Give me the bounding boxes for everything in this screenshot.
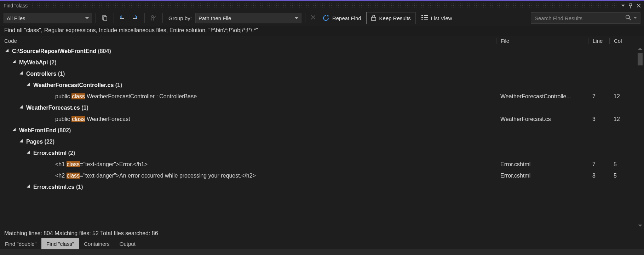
match-code: public class WeatherForecastController :…	[55, 93, 496, 100]
tree-group-row[interactable]: WeatherForecast.cs (1)	[0, 102, 636, 114]
expander-icon[interactable]	[19, 105, 24, 110]
list-view-label: List View	[431, 15, 452, 21]
tree-group-row[interactable]: Controllers (1)	[0, 68, 636, 80]
expander-icon[interactable]	[27, 184, 31, 189]
group-count: (804)	[98, 48, 111, 54]
separator	[305, 13, 305, 23]
separator	[162, 13, 163, 23]
group-count: (1)	[58, 71, 65, 77]
search-icon	[625, 15, 632, 22]
chevron-down-icon	[634, 17, 637, 19]
column-header-code[interactable]: Code	[0, 38, 496, 44]
repeat-find-button[interactable]: Repeat Find	[320, 15, 364, 22]
clear-icon[interactable]	[309, 15, 317, 22]
bottom-tab[interactable]: Containers	[79, 238, 115, 249]
bottom-tab[interactable]: Find "class"	[41, 238, 79, 249]
match-col: 12	[609, 116, 636, 122]
tree-group-row[interactable]: C:\Source\Repos\WebFrontEnd (804)	[0, 46, 636, 57]
tree-group-row[interactable]: WeatherForecastController.cs (1)	[0, 80, 636, 91]
group-label: WebFrontEnd	[19, 127, 58, 133]
group-by-label: Group by:	[166, 15, 193, 21]
tree-group-row[interactable]: MyWebApi (2)	[0, 57, 636, 68]
expander-icon[interactable]	[5, 48, 10, 53]
column-header-file[interactable]: File	[496, 38, 588, 44]
group-label: Controllers	[26, 71, 58, 77]
group-label: MyWebApi	[19, 59, 50, 65]
filter-icon[interactable]	[148, 13, 159, 23]
match-line: 8	[588, 173, 609, 179]
svg-rect-3	[372, 17, 376, 21]
window-position-menu-icon[interactable]	[621, 5, 625, 7]
column-header-row: Code File Line Col	[0, 36, 644, 46]
bottom-tab[interactable]: Find "double"	[0, 238, 41, 249]
keep-results-label: Keep Results	[379, 15, 411, 21]
match-file: Error.cshtml	[496, 161, 588, 168]
bottom-tab[interactable]: Output	[115, 238, 140, 249]
tree-group-row[interactable]: Error.cshtml.cs (1)	[0, 181, 636, 193]
prev-result-icon[interactable]	[117, 13, 128, 23]
tree-group-row[interactable]: Error.cshtml (2)	[0, 147, 636, 159]
vertical-scrollbar[interactable]	[636, 46, 644, 229]
match-highlight: class	[71, 93, 85, 99]
separator	[96, 13, 96, 23]
scroll-up-icon[interactable]	[638, 48, 642, 50]
scope-dropdown-label: All Files	[7, 15, 25, 21]
copy-icon[interactable]	[99, 13, 110, 23]
find-results-panel: Find "class" All Files	[0, 0, 644, 255]
expander-icon[interactable]	[19, 139, 24, 144]
expander-icon[interactable]	[12, 60, 17, 64]
expander-icon[interactable]	[12, 128, 17, 132]
group-label: Error.cshtml	[33, 150, 68, 156]
tree-group-row[interactable]: WebFrontEnd (802)	[0, 125, 636, 136]
separator	[114, 13, 114, 23]
match-line: 7	[588, 161, 609, 168]
pin-icon[interactable]	[628, 3, 633, 8]
svg-point-2	[151, 16, 154, 18]
expander-icon[interactable]	[27, 82, 31, 87]
search-results-input[interactable]: Search Find Results	[531, 12, 640, 24]
repeat-find-label: Repeat Find	[332, 15, 361, 21]
close-icon[interactable]	[636, 3, 641, 8]
toolbar: All Files Group by: Path then File	[0, 10, 644, 26]
status-line: Matching lines: 804 Matching files: 52 T…	[0, 229, 644, 238]
group-by-value: Path then File	[199, 15, 231, 21]
expander-icon[interactable]	[27, 150, 31, 155]
match-file: WeatherForecast.cs	[496, 116, 588, 122]
column-header-col[interactable]: Col	[609, 38, 636, 44]
scope-dropdown[interactable]: All Files	[4, 13, 92, 23]
tree-match-row[interactable]: public class WeatherForecastWeatherForec…	[0, 114, 636, 125]
group-label: WeatherForecast.cs	[26, 105, 81, 111]
group-count: (2)	[50, 59, 57, 65]
tree-match-row[interactable]: <h1 class="text-danger">Error.</h1>Error…	[0, 159, 636, 170]
refresh-icon	[322, 15, 329, 22]
list-view-button[interactable]: List View	[418, 15, 456, 22]
tree-group-row[interactable]: Pages (22)	[0, 136, 636, 147]
group-count: (1)	[81, 105, 88, 111]
search-placeholder: Search Find Results	[535, 15, 625, 21]
match-line: 7	[588, 93, 609, 100]
title-grip[interactable]	[31, 4, 619, 8]
column-header-line[interactable]: Line	[588, 38, 609, 44]
results-tree: C:\Source\Repos\WebFrontEnd (804)MyWebAp…	[0, 46, 644, 229]
search-summary: Find all "class", Regular expressions, I…	[0, 26, 644, 36]
scroll-down-icon[interactable]	[638, 225, 642, 227]
match-highlight: class	[67, 173, 80, 179]
tree-match-row[interactable]: public class WeatherForecastController :…	[0, 91, 636, 102]
tree-match-row[interactable]: <h2 class="text-danger">An error occurre…	[0, 170, 636, 181]
group-label: C:\Source\Repos\WebFrontEnd	[12, 48, 98, 54]
title-text: Find "class"	[4, 3, 31, 8]
scroll-thumb[interactable]	[638, 53, 643, 65]
chevron-down-icon	[295, 17, 298, 19]
group-count: (22)	[45, 139, 54, 145]
title-bar[interactable]: Find "class"	[0, 1, 644, 10]
group-count: (1)	[76, 184, 83, 190]
group-count: (802)	[58, 127, 71, 133]
match-col: 12	[609, 93, 636, 100]
match-code: public class WeatherForecast	[55, 116, 496, 122]
expander-icon[interactable]	[19, 71, 24, 76]
group-by-dropdown[interactable]: Path then File	[195, 13, 301, 23]
next-result-icon[interactable]	[130, 13, 141, 23]
keep-results-toggle[interactable]: Keep Results	[366, 12, 415, 24]
chevron-down-icon	[85, 17, 89, 19]
match-col: 5	[609, 161, 636, 168]
